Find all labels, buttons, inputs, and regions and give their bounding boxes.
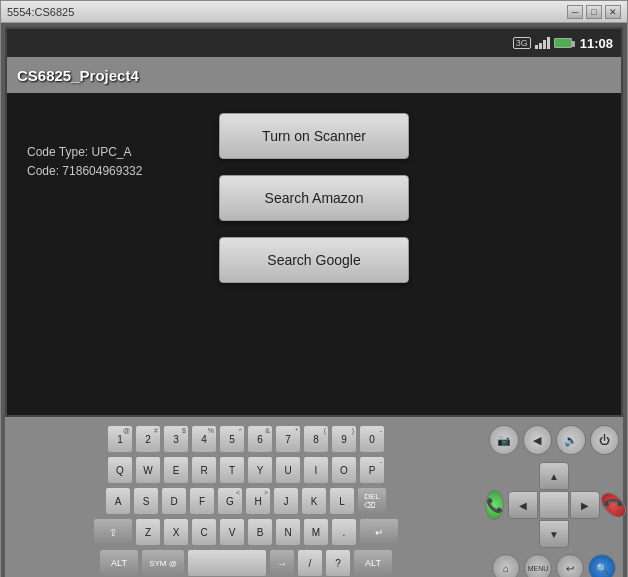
key-r[interactable]: R xyxy=(191,456,217,484)
key-4[interactable]: 4% xyxy=(191,425,217,453)
key-j[interactable]: J xyxy=(273,487,299,515)
key-5[interactable]: 5^ xyxy=(219,425,245,453)
key-space[interactable] xyxy=(187,549,267,577)
key-7[interactable]: 7* xyxy=(275,425,301,453)
key-del[interactable]: DEL⌫ xyxy=(357,487,387,515)
dpad-empty-br xyxy=(570,520,600,548)
key-q[interactable]: Q xyxy=(107,456,133,484)
code-info: Code Type: UPC_A Code: 718604969332 xyxy=(27,143,142,181)
maximize-button[interactable]: □ xyxy=(586,5,602,19)
key-8[interactable]: 8( xyxy=(303,425,329,453)
vol-up-button[interactable]: 🔊 xyxy=(556,425,586,455)
key-a[interactable]: A xyxy=(105,487,131,515)
bottom-controls-row: ⌂ MENU ↩ 🔍 xyxy=(489,554,619,577)
app-title: CS6825_Project4 xyxy=(17,67,139,84)
key-alt-right[interactable]: ALT xyxy=(353,549,393,577)
key-arrow[interactable]: → xyxy=(269,549,295,577)
turn-on-scanner-button[interactable]: Turn on Scanner xyxy=(219,113,409,159)
key-l[interactable]: L xyxy=(329,487,355,515)
side-controls: 📷 ◀ 🔊 ⏻ 📞 ▲ ◀ ▶ xyxy=(489,425,619,577)
signal-bar-2 xyxy=(539,43,542,49)
signal-icon xyxy=(535,37,550,49)
key-2[interactable]: 2# xyxy=(135,425,161,453)
key-6[interactable]: 6& xyxy=(247,425,273,453)
key-x[interactable]: X xyxy=(163,518,189,546)
key-e[interactable]: E xyxy=(163,456,189,484)
window: 5554:CS6825 ─ □ ✕ 3G xyxy=(0,0,628,577)
status-icons: 3G xyxy=(513,37,572,49)
qwerty-row: Q W E R T Y U I O P- xyxy=(9,456,483,484)
key-y[interactable]: Y xyxy=(247,456,273,484)
key-1[interactable]: 1@ xyxy=(107,425,133,453)
end-call-button[interactable]: 📞 xyxy=(596,488,628,523)
key-b[interactable]: B xyxy=(247,518,273,546)
key-question[interactable]: ? xyxy=(325,549,351,577)
dpad-left-button[interactable]: ◀ xyxy=(508,491,538,519)
key-o[interactable]: O xyxy=(331,456,357,484)
key-i[interactable]: I xyxy=(303,456,329,484)
call-button[interactable]: 📞 xyxy=(485,490,504,520)
home-button[interactable]: ⌂ xyxy=(492,554,520,577)
dpad-empty-tr xyxy=(570,462,600,490)
signal-bar-1 xyxy=(535,45,538,49)
key-u[interactable]: U xyxy=(275,456,301,484)
key-sym[interactable]: SYM @ xyxy=(141,549,185,577)
app-bar: CS6825_Project4 xyxy=(7,57,621,93)
signal-bar-3 xyxy=(543,40,546,49)
keyboard: 1@ 2# 3$ 4% 5^ 6& 7* 8( 9) 0- Q W E R xyxy=(9,425,483,577)
key-0[interactable]: 0- xyxy=(359,425,385,453)
key-n[interactable]: N xyxy=(275,518,301,546)
vol-down-button[interactable]: ◀ xyxy=(523,425,553,455)
key-period[interactable]: . xyxy=(331,518,357,546)
camera-button[interactable]: 📷 xyxy=(489,425,519,455)
window-title: 5554:CS6825 xyxy=(7,6,567,18)
minimize-button[interactable]: ─ xyxy=(567,5,583,19)
asdf-row: A S D F G< H> J K L DEL⌫ xyxy=(9,487,483,515)
power-button[interactable]: ⏻ xyxy=(590,425,620,455)
zxcv-row: ⇧ Z X C V B N M . ↵ xyxy=(9,518,483,546)
search-amazon-button[interactable]: Search Amazon xyxy=(219,175,409,221)
battery-icon xyxy=(554,38,572,48)
key-f[interactable]: F xyxy=(189,487,215,515)
dpad: ▲ ◀ ▶ ▼ xyxy=(508,462,600,548)
dpad-empty-tl xyxy=(508,462,538,490)
key-g[interactable]: G< xyxy=(217,487,243,515)
key-v[interactable]: V xyxy=(219,518,245,546)
close-button[interactable]: ✕ xyxy=(605,5,621,19)
main-content: Code Type: UPC_A Code: 718604969332 Turn… xyxy=(7,93,621,415)
key-shift[interactable]: ⇧ xyxy=(93,518,133,546)
keyboard-area: 1@ 2# 3$ 4% 5^ 6& 7* 8( 9) 0- Q W E R xyxy=(5,417,623,577)
key-w[interactable]: W xyxy=(135,456,161,484)
key-enter[interactable]: ↵ xyxy=(359,518,399,546)
key-p[interactable]: P- xyxy=(359,456,385,484)
status-bar: 3G 11:08 xyxy=(7,29,621,57)
key-k[interactable]: K xyxy=(301,487,327,515)
key-9[interactable]: 9) xyxy=(331,425,357,453)
dpad-right-button[interactable]: ▶ xyxy=(570,491,600,519)
key-c[interactable]: C xyxy=(191,518,217,546)
code-type-label: Code Type: UPC_A xyxy=(27,143,142,162)
key-z[interactable]: Z xyxy=(135,518,161,546)
key-d[interactable]: D xyxy=(161,487,187,515)
search-google-button[interactable]: Search Google xyxy=(219,237,409,283)
key-t[interactable]: T xyxy=(219,456,245,484)
number-row: 1@ 2# 3$ 4% 5^ 6& 7* 8( 9) 0- xyxy=(9,425,483,453)
title-bar: 5554:CS6825 ─ □ ✕ xyxy=(1,1,627,23)
key-h[interactable]: H> xyxy=(245,487,271,515)
signal-bar-4 xyxy=(547,37,550,49)
dpad-center-button[interactable] xyxy=(539,491,569,519)
dpad-down-button[interactable]: ▼ xyxy=(539,520,569,548)
key-s[interactable]: S xyxy=(133,487,159,515)
phone-body: 3G 11:08 CS6825_Project4 Co xyxy=(1,23,627,577)
menu-button[interactable]: MENU xyxy=(524,554,552,577)
key-alt-left[interactable]: ALT xyxy=(99,549,139,577)
key-3[interactable]: 3$ xyxy=(163,425,189,453)
status-time: 11:08 xyxy=(580,36,613,51)
key-slash[interactable]: / xyxy=(297,549,323,577)
key-m[interactable]: M xyxy=(303,518,329,546)
search-button[interactable]: 🔍 xyxy=(588,554,616,577)
top-controls-row: 📷 ◀ 🔊 ⏻ xyxy=(489,425,619,455)
window-controls: ─ □ ✕ xyxy=(567,5,621,19)
back-button[interactable]: ↩ xyxy=(556,554,584,577)
dpad-up-button[interactable]: ▲ xyxy=(539,462,569,490)
